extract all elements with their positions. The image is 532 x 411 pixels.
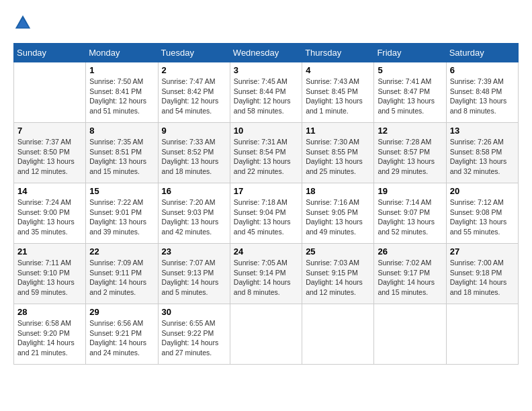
day-number: 15 (89, 186, 154, 196)
day-details: Sunrise: 7:26 AM Sunset: 8:58 PM Dayligh… (450, 137, 515, 177)
day-details: Sunrise: 7:00 AM Sunset: 9:18 PM Dayligh… (450, 258, 515, 298)
calendar-cell: 19Sunrise: 7:14 AM Sunset: 9:07 PM Dayli… (374, 183, 446, 244)
day-details: Sunrise: 7:47 AM Sunset: 8:42 PM Dayligh… (162, 77, 226, 116)
calendar-week-row: 7Sunrise: 7:37 AM Sunset: 8:50 PM Daylig… (14, 123, 519, 183)
calendar-cell: 13Sunrise: 7:26 AM Sunset: 8:58 PM Dayli… (446, 123, 518, 183)
day-number: 22 (89, 246, 154, 257)
day-details: Sunrise: 7:05 AM Sunset: 9:14 PM Dayligh… (234, 258, 298, 298)
day-details: Sunrise: 7:31 AM Sunset: 8:54 PM Dayligh… (234, 137, 298, 177)
calendar-cell: 3Sunrise: 7:45 AM Sunset: 8:44 PM Daylig… (230, 62, 302, 123)
day-details: Sunrise: 7:09 AM Sunset: 9:11 PM Dayligh… (89, 258, 154, 298)
calendar-header-row: SundayMondayTuesdayWednesdayThursdayFrid… (14, 44, 519, 62)
calendar-cell: 25Sunrise: 7:03 AM Sunset: 9:15 PM Dayli… (302, 244, 374, 304)
day-number: 11 (306, 126, 370, 136)
calendar-week-row: 14Sunrise: 7:24 AM Sunset: 9:00 PM Dayli… (14, 183, 519, 244)
day-of-week-header: Wednesday (230, 44, 302, 62)
calendar-cell: 11Sunrise: 7:30 AM Sunset: 8:55 PM Dayli… (302, 123, 374, 183)
calendar-cell: 2Sunrise: 7:47 AM Sunset: 8:42 PM Daylig… (158, 62, 230, 123)
calendar-cell (14, 62, 86, 123)
day-details: Sunrise: 7:37 AM Sunset: 8:50 PM Dayligh… (17, 137, 82, 177)
day-number: 18 (306, 186, 370, 196)
day-number: 4 (306, 65, 370, 75)
day-number: 25 (306, 246, 370, 257)
day-details: Sunrise: 6:56 AM Sunset: 9:21 PM Dayligh… (89, 318, 154, 358)
day-of-week-header: Friday (374, 44, 446, 62)
calendar-week-row: 1Sunrise: 7:50 AM Sunset: 8:41 PM Daylig… (14, 62, 519, 123)
day-details: Sunrise: 7:39 AM Sunset: 8:48 PM Dayligh… (450, 77, 515, 116)
page-header (13, 13, 519, 32)
calendar-cell: 12Sunrise: 7:28 AM Sunset: 8:57 PM Dayli… (374, 123, 446, 183)
day-number: 1 (89, 65, 154, 75)
calendar-cell: 9Sunrise: 7:33 AM Sunset: 8:52 PM Daylig… (158, 123, 230, 183)
day-number: 21 (17, 246, 82, 257)
day-number: 28 (17, 307, 82, 317)
calendar-cell: 26Sunrise: 7:02 AM Sunset: 9:17 PM Dayli… (374, 244, 446, 304)
day-of-week-header: Monday (86, 44, 158, 62)
day-details: Sunrise: 7:12 AM Sunset: 9:08 PM Dayligh… (450, 197, 515, 237)
day-of-week-header: Sunday (14, 44, 86, 62)
day-of-week-header: Saturday (446, 44, 518, 62)
calendar-cell: 27Sunrise: 7:00 AM Sunset: 9:18 PM Dayli… (446, 244, 518, 304)
day-details: Sunrise: 7:07 AM Sunset: 9:13 PM Dayligh… (162, 258, 226, 298)
day-number: 5 (378, 65, 442, 75)
day-number: 9 (162, 126, 226, 136)
calendar-cell (446, 304, 518, 365)
day-details: Sunrise: 7:16 AM Sunset: 9:05 PM Dayligh… (306, 197, 370, 237)
day-details: Sunrise: 7:11 AM Sunset: 9:10 PM Dayligh… (17, 258, 82, 298)
day-details: Sunrise: 7:20 AM Sunset: 9:03 PM Dayligh… (162, 197, 226, 237)
day-number: 26 (378, 246, 442, 257)
calendar-cell: 4Sunrise: 7:43 AM Sunset: 8:45 PM Daylig… (302, 62, 374, 123)
day-number: 19 (378, 186, 442, 196)
day-details: Sunrise: 7:28 AM Sunset: 8:57 PM Dayligh… (378, 137, 442, 177)
calendar-week-row: 21Sunrise: 7:11 AM Sunset: 9:10 PM Dayli… (14, 244, 519, 304)
day-of-week-header: Tuesday (158, 44, 230, 62)
logo (13, 13, 35, 32)
day-number: 24 (234, 246, 298, 257)
day-details: Sunrise: 7:24 AM Sunset: 9:00 PM Dayligh… (17, 197, 82, 237)
day-number: 30 (162, 307, 226, 317)
day-number: 12 (378, 126, 442, 136)
day-details: Sunrise: 7:43 AM Sunset: 8:45 PM Dayligh… (306, 77, 370, 116)
day-number: 16 (162, 186, 226, 196)
calendar-cell: 8Sunrise: 7:35 AM Sunset: 8:51 PM Daylig… (86, 123, 158, 183)
day-details: Sunrise: 7:30 AM Sunset: 8:55 PM Dayligh… (306, 137, 370, 177)
day-details: Sunrise: 7:35 AM Sunset: 8:51 PM Dayligh… (89, 137, 154, 177)
calendar-cell: 14Sunrise: 7:24 AM Sunset: 9:00 PM Dayli… (14, 183, 86, 244)
day-details: Sunrise: 7:14 AM Sunset: 9:07 PM Dayligh… (378, 197, 442, 237)
calendar-cell: 23Sunrise: 7:07 AM Sunset: 9:13 PM Dayli… (158, 244, 230, 304)
calendar-cell (374, 304, 446, 365)
day-number: 29 (89, 307, 154, 317)
day-number: 8 (89, 126, 154, 136)
logo-icon (13, 13, 32, 32)
day-details: Sunrise: 7:02 AM Sunset: 9:17 PM Dayligh… (378, 258, 442, 298)
calendar-cell: 10Sunrise: 7:31 AM Sunset: 8:54 PM Dayli… (230, 123, 302, 183)
day-details: Sunrise: 7:45 AM Sunset: 8:44 PM Dayligh… (234, 77, 298, 116)
day-details: Sunrise: 6:58 AM Sunset: 9:20 PM Dayligh… (17, 318, 82, 358)
calendar-cell: 7Sunrise: 7:37 AM Sunset: 8:50 PM Daylig… (14, 123, 86, 183)
calendar-table: SundayMondayTuesdayWednesdayThursdayFrid… (13, 43, 519, 365)
day-number: 20 (450, 186, 515, 196)
calendar-cell (230, 304, 302, 365)
day-number: 7 (17, 126, 82, 136)
calendar-cell: 15Sunrise: 7:22 AM Sunset: 9:01 PM Dayli… (86, 183, 158, 244)
calendar-cell: 20Sunrise: 7:12 AM Sunset: 9:08 PM Dayli… (446, 183, 518, 244)
day-number: 10 (234, 126, 298, 136)
calendar-cell: 22Sunrise: 7:09 AM Sunset: 9:11 PM Dayli… (86, 244, 158, 304)
day-number: 14 (17, 186, 82, 196)
day-of-week-header: Thursday (302, 44, 374, 62)
day-number: 3 (234, 65, 298, 75)
calendar-cell: 28Sunrise: 6:58 AM Sunset: 9:20 PM Dayli… (14, 304, 86, 365)
calendar-cell: 30Sunrise: 6:55 AM Sunset: 9:22 PM Dayli… (158, 304, 230, 365)
calendar-cell: 5Sunrise: 7:41 AM Sunset: 8:47 PM Daylig… (374, 62, 446, 123)
day-details: Sunrise: 7:50 AM Sunset: 8:41 PM Dayligh… (89, 77, 154, 116)
calendar-cell: 24Sunrise: 7:05 AM Sunset: 9:14 PM Dayli… (230, 244, 302, 304)
calendar-cell: 6Sunrise: 7:39 AM Sunset: 8:48 PM Daylig… (446, 62, 518, 123)
calendar-week-row: 28Sunrise: 6:58 AM Sunset: 9:20 PM Dayli… (14, 304, 519, 365)
calendar-cell: 17Sunrise: 7:18 AM Sunset: 9:04 PM Dayli… (230, 183, 302, 244)
day-number: 2 (162, 65, 226, 75)
day-details: Sunrise: 7:18 AM Sunset: 9:04 PM Dayligh… (234, 197, 298, 237)
calendar-cell: 29Sunrise: 6:56 AM Sunset: 9:21 PM Dayli… (86, 304, 158, 365)
day-details: Sunrise: 7:41 AM Sunset: 8:47 PM Dayligh… (378, 77, 442, 116)
calendar-cell (302, 304, 374, 365)
calendar-cell: 16Sunrise: 7:20 AM Sunset: 9:03 PM Dayli… (158, 183, 230, 244)
